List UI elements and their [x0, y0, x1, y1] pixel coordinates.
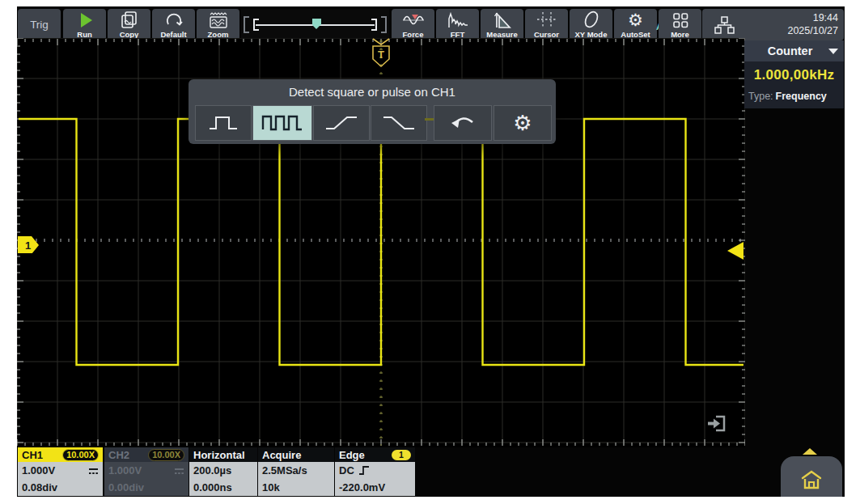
horizontal-position-slider[interactable] [241, 9, 389, 40]
horizontal-status-block[interactable]: Horizontal 200.0µs 0.000ns [189, 447, 257, 496]
default-button[interactable]: Default [152, 9, 195, 40]
counter-value: 1.000,00kHz [748, 67, 840, 83]
edge-label: Edge [339, 449, 365, 461]
ch1-offset: 0.08div [22, 481, 57, 493]
single-pulse-button[interactable] [195, 105, 252, 141]
run-button[interactable]: Run [63, 9, 106, 40]
falling-ramp-button[interactable] [371, 105, 427, 141]
wave-settings-button[interactable]: ⚙ [494, 105, 552, 141]
zoom-window-icon [197, 11, 239, 30]
slider-position-marker[interactable] [312, 19, 321, 25]
undo-button[interactable] [434, 105, 492, 141]
rising-ramp-button[interactable] [313, 105, 370, 141]
expand-up-icon[interactable] [803, 448, 817, 455]
ch1-label: CH1 [22, 449, 43, 461]
screenshot-page: Trig Run Copy Default Zoom [0, 0, 860, 504]
undo-icon [448, 112, 477, 133]
reset-arrow-icon [152, 11, 195, 30]
falling-ramp-icon [381, 112, 417, 133]
collapse-menu-icon[interactable] [706, 412, 731, 434]
ch2-status-block[interactable]: CH2 10.00X 1.000V 0.00div [104, 447, 189, 496]
force-button[interactable]: Force [392, 9, 434, 40]
acquire-depth: 10k [262, 481, 280, 493]
home-icon[interactable] [800, 469, 823, 490]
counter-body: 1.000,00kHz Type:Frequency [744, 61, 844, 108]
xy-ellipse-icon [570, 11, 612, 30]
dc-coupling-icon [88, 467, 99, 475]
autoset-gear-icon: ⚙ A [614, 11, 657, 30]
clock-date: 2025/10/27 [787, 25, 838, 38]
ch1-status-block[interactable]: CH1 10.00X 1.000V 0.08div [18, 447, 103, 496]
waveform-through-gap [425, 118, 434, 121]
copy-pages-icon [108, 11, 150, 30]
fft-spectrum-icon [436, 11, 479, 30]
clock: 19:44 2025/10/27 [787, 12, 838, 37]
square-wave-button[interactable] [252, 105, 312, 141]
svg-text:1: 1 [25, 239, 31, 252]
ch2-label: CH2 [108, 449, 129, 461]
edge-level: -220.0mV [339, 481, 385, 493]
trigger-position-marker[interactable]: T [371, 38, 392, 69]
acquire-status-block[interactable]: Acquire 2.5MSa/s 10k [258, 447, 334, 496]
counter-title: Counter [768, 44, 813, 57]
zoom-button[interactable]: Zoom [197, 9, 239, 40]
clock-network-panel: 19:44 2025/10/27 [702, 9, 844, 40]
square-wave-icon [261, 112, 303, 134]
counter-panel: Counter 1.000,00kHz Type:Frequency [744, 40, 844, 108]
edge-source-badge: 1 [392, 450, 411, 460]
single-pulse-icon [207, 112, 239, 133]
autoset-button[interactable]: ⚙ A AutoSet [614, 9, 657, 40]
measure-triangle-icon [481, 11, 523, 30]
acquire-rate: 2.5MSa/s [262, 464, 307, 476]
copy-button[interactable]: Copy [108, 9, 150, 40]
edge-coupling: DC [339, 464, 354, 476]
chevron-down-icon [828, 49, 838, 54]
detect-wave-dialog: Detect square or pulse on CH1 ⚙ [189, 79, 556, 144]
ch2-probe-badge: 10.00X [148, 449, 184, 461]
acquire-label: Acquire [262, 449, 301, 461]
dialog-title: Detect square or pulse on CH1 [189, 85, 556, 99]
rising-edge-icon [358, 465, 370, 476]
svg-text:T: T [378, 49, 384, 61]
ch2-offset: 0.00div [108, 481, 144, 493]
horizontal-label: Horizontal [193, 449, 245, 461]
horizontal-delay: 0.000ns [193, 481, 232, 493]
oscilloscope-app: Trig Run Copy Default Zoom [17, 6, 845, 497]
counter-type-label: Type: [748, 91, 773, 102]
ch1-probe-badge: 10.00X [62, 449, 99, 461]
horizontal-scale: 200.0µs [193, 464, 231, 476]
trig-label: Trig [30, 19, 49, 31]
clock-time: 19:44 [787, 12, 838, 25]
more-button[interactable]: More [659, 9, 701, 40]
trig-button[interactable]: Trig [18, 9, 61, 40]
xy-mode-button[interactable]: XY Mode [570, 9, 612, 40]
counter-header[interactable]: Counter [744, 40, 844, 61]
more-grid-icon [659, 11, 701, 30]
cursor-button[interactable]: Cursor [525, 9, 568, 40]
ch2-scale: 1.000V [108, 464, 142, 476]
trigger-level-marker[interactable] [727, 242, 743, 260]
gear-icon: ⚙ [513, 111, 532, 136]
slider-outer-right-bracket [381, 16, 387, 33]
ch1-scale: 1.000V [22, 464, 55, 476]
network-icon[interactable] [714, 15, 735, 38]
measure-button[interactable]: Measure [481, 9, 523, 40]
counter-type-value: Frequency [776, 91, 827, 102]
dc-coupling-icon [174, 467, 184, 475]
play-icon [63, 11, 106, 30]
force-sine-icon [392, 11, 434, 30]
slider-outer-left-bracket [244, 16, 249, 33]
channel1-marker[interactable]: 1 [18, 236, 39, 253]
fft-button[interactable]: FFT [436, 9, 479, 40]
edge-trigger-status-block[interactable]: Edge 1 DC -220.0mV [335, 447, 415, 496]
rising-ramp-icon [324, 112, 359, 133]
cursor-crosshair-icon [525, 11, 568, 30]
